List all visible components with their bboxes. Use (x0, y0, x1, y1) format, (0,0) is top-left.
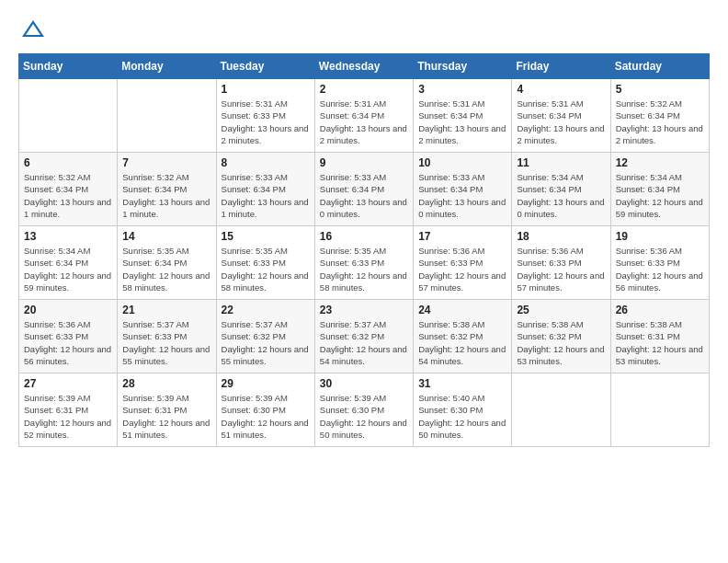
day-number: 25 (517, 304, 605, 316)
day-number: 2 (320, 83, 408, 96)
day-number: 8 (222, 156, 310, 169)
day-number: 6 (24, 156, 112, 169)
calendar-cell: 28Sunrise: 5:39 AM Sunset: 6:31 PM Dayli… (118, 373, 216, 447)
day-number: 3 (418, 83, 506, 96)
day-info: Sunrise: 5:31 AM Sunset: 6:33 PM Dayligh… (222, 98, 310, 146)
day-number: 12 (616, 156, 704, 169)
calendar-cell (512, 373, 610, 447)
calendar-cell (610, 373, 709, 447)
day-number: 23 (320, 304, 408, 316)
day-number: 10 (418, 156, 506, 169)
calendar-cell: 29Sunrise: 5:39 AM Sunset: 6:30 PM Dayli… (216, 373, 314, 447)
calendar-cell: 15Sunrise: 5:35 AM Sunset: 6:33 PM Dayli… (216, 226, 314, 300)
day-info: Sunrise: 5:32 AM Sunset: 6:34 PM Dayligh… (24, 171, 112, 220)
calendar-cell: 10Sunrise: 5:33 AM Sunset: 6:34 PM Dayli… (414, 153, 512, 226)
calendar-cell: 19Sunrise: 5:36 AM Sunset: 6:33 PM Dayli… (610, 226, 709, 300)
calendar-cell: 17Sunrise: 5:36 AM Sunset: 6:33 PM Dayli… (414, 226, 512, 300)
day-info: Sunrise: 5:37 AM Sunset: 6:32 PM Dayligh… (222, 318, 310, 367)
day-info: Sunrise: 5:31 AM Sunset: 6:34 PM Dayligh… (418, 98, 506, 146)
day-info: Sunrise: 5:36 AM Sunset: 6:33 PM Dayligh… (517, 245, 605, 293)
day-number: 7 (122, 156, 210, 169)
calendar-cell: 27Sunrise: 5:39 AM Sunset: 6:31 PM Dayli… (19, 373, 118, 447)
day-header-thursday: Thursday (414, 54, 512, 79)
day-info: Sunrise: 5:38 AM Sunset: 6:31 PM Dayligh… (616, 318, 704, 367)
calendar-cell: 21Sunrise: 5:37 AM Sunset: 6:33 PM Dayli… (118, 300, 216, 373)
day-info: Sunrise: 5:32 AM Sunset: 6:34 PM Dayligh… (122, 171, 210, 220)
calendar-table: SundayMondayTuesdayWednesdayThursdayFrid… (18, 53, 710, 447)
day-number: 1 (222, 83, 310, 96)
day-info: Sunrise: 5:39 AM Sunset: 6:31 PM Dayligh… (24, 392, 112, 441)
calendar-cell: 22Sunrise: 5:37 AM Sunset: 6:32 PM Dayli… (216, 300, 314, 373)
day-number: 16 (320, 230, 408, 243)
day-info: Sunrise: 5:35 AM Sunset: 6:33 PM Dayligh… (222, 245, 310, 293)
calendar-cell: 5Sunrise: 5:32 AM Sunset: 6:34 PM Daylig… (610, 79, 709, 153)
logo-icon (20, 18, 46, 39)
calendar-week-row: 27Sunrise: 5:39 AM Sunset: 6:31 PM Dayli… (19, 373, 710, 447)
day-number: 22 (222, 304, 310, 316)
day-info: Sunrise: 5:38 AM Sunset: 6:32 PM Dayligh… (517, 318, 605, 367)
day-number: 29 (222, 377, 310, 390)
calendar-week-row: 1Sunrise: 5:31 AM Sunset: 6:33 PM Daylig… (19, 79, 710, 153)
calendar-cell: 16Sunrise: 5:35 AM Sunset: 6:33 PM Dayli… (314, 226, 413, 300)
calendar-cell: 4Sunrise: 5:31 AM Sunset: 6:34 PM Daylig… (512, 79, 610, 153)
day-header-sunday: Sunday (19, 54, 118, 79)
calendar-cell: 23Sunrise: 5:37 AM Sunset: 6:32 PM Dayli… (314, 300, 413, 373)
calendar-cell: 20Sunrise: 5:36 AM Sunset: 6:33 PM Dayli… (19, 300, 118, 373)
day-info: Sunrise: 5:35 AM Sunset: 6:34 PM Dayligh… (122, 245, 210, 293)
day-info: Sunrise: 5:34 AM Sunset: 6:34 PM Dayligh… (24, 245, 112, 293)
day-number: 20 (24, 304, 112, 316)
day-header-wednesday: Wednesday (314, 54, 413, 79)
calendar-cell: 8Sunrise: 5:33 AM Sunset: 6:34 PM Daylig… (216, 153, 314, 226)
day-info: Sunrise: 5:34 AM Sunset: 6:34 PM Dayligh… (517, 171, 605, 220)
calendar-cell: 30Sunrise: 5:39 AM Sunset: 6:30 PM Dayli… (314, 373, 413, 447)
calendar-week-row: 6Sunrise: 5:32 AM Sunset: 6:34 PM Daylig… (19, 153, 710, 226)
day-info: Sunrise: 5:40 AM Sunset: 6:30 PM Dayligh… (418, 392, 506, 441)
day-info: Sunrise: 5:36 AM Sunset: 6:33 PM Dayligh… (24, 318, 112, 367)
day-number: 15 (222, 230, 310, 243)
calendar-cell: 1Sunrise: 5:31 AM Sunset: 6:33 PM Daylig… (216, 79, 314, 153)
day-info: Sunrise: 5:37 AM Sunset: 6:32 PM Dayligh… (320, 318, 408, 367)
calendar-cell: 12Sunrise: 5:34 AM Sunset: 6:34 PM Dayli… (610, 153, 709, 226)
day-header-tuesday: Tuesday (216, 54, 314, 79)
calendar-cell: 18Sunrise: 5:36 AM Sunset: 6:33 PM Dayli… (512, 226, 610, 300)
calendar-cell: 3Sunrise: 5:31 AM Sunset: 6:34 PM Daylig… (414, 79, 512, 153)
day-info: Sunrise: 5:39 AM Sunset: 6:31 PM Dayligh… (122, 392, 210, 441)
day-number: 5 (616, 83, 704, 96)
day-info: Sunrise: 5:39 AM Sunset: 6:30 PM Dayligh… (222, 392, 310, 441)
calendar-week-row: 20Sunrise: 5:36 AM Sunset: 6:33 PM Dayli… (19, 300, 710, 373)
calendar-week-row: 13Sunrise: 5:34 AM Sunset: 6:34 PM Dayli… (19, 226, 710, 300)
day-number: 11 (517, 156, 605, 169)
day-info: Sunrise: 5:39 AM Sunset: 6:30 PM Dayligh… (320, 392, 408, 441)
calendar-cell: 2Sunrise: 5:31 AM Sunset: 6:34 PM Daylig… (314, 79, 413, 153)
day-number: 21 (122, 304, 210, 316)
calendar-cell: 9Sunrise: 5:33 AM Sunset: 6:34 PM Daylig… (314, 153, 413, 226)
calendar-cell: 14Sunrise: 5:35 AM Sunset: 6:34 PM Dayli… (118, 226, 216, 300)
day-info: Sunrise: 5:34 AM Sunset: 6:34 PM Dayligh… (616, 171, 704, 220)
calendar-cell: 25Sunrise: 5:38 AM Sunset: 6:32 PM Dayli… (512, 300, 610, 373)
day-info: Sunrise: 5:33 AM Sunset: 6:34 PM Dayligh… (320, 171, 408, 220)
day-number: 13 (24, 230, 112, 243)
calendar-header-row: SundayMondayTuesdayWednesdayThursdayFrid… (19, 54, 710, 79)
calendar-cell: 6Sunrise: 5:32 AM Sunset: 6:34 PM Daylig… (19, 153, 118, 226)
day-info: Sunrise: 5:31 AM Sunset: 6:34 PM Dayligh… (320, 98, 408, 146)
day-number: 19 (616, 230, 704, 243)
day-number: 31 (418, 377, 506, 390)
calendar-cell: 11Sunrise: 5:34 AM Sunset: 6:34 PM Dayli… (512, 153, 610, 226)
calendar-cell: 7Sunrise: 5:32 AM Sunset: 6:34 PM Daylig… (118, 153, 216, 226)
day-number: 17 (418, 230, 506, 243)
day-info: Sunrise: 5:38 AM Sunset: 6:32 PM Dayligh… (418, 318, 506, 367)
day-number: 4 (517, 83, 605, 96)
day-number: 18 (517, 230, 605, 243)
day-info: Sunrise: 5:36 AM Sunset: 6:33 PM Dayligh… (616, 245, 704, 293)
day-info: Sunrise: 5:33 AM Sunset: 6:34 PM Dayligh… (418, 171, 506, 220)
day-info: Sunrise: 5:32 AM Sunset: 6:34 PM Dayligh… (616, 98, 704, 146)
day-header-friday: Friday (512, 54, 610, 79)
day-number: 24 (418, 304, 506, 316)
day-info: Sunrise: 5:36 AM Sunset: 6:33 PM Dayligh… (418, 245, 506, 293)
day-info: Sunrise: 5:37 AM Sunset: 6:33 PM Dayligh… (122, 318, 210, 367)
calendar-cell: 13Sunrise: 5:34 AM Sunset: 6:34 PM Dayli… (19, 226, 118, 300)
day-number: 27 (24, 377, 112, 390)
calendar-cell: 24Sunrise: 5:38 AM Sunset: 6:32 PM Dayli… (414, 300, 512, 373)
logo (18, 18, 46, 39)
day-info: Sunrise: 5:31 AM Sunset: 6:34 PM Dayligh… (517, 98, 605, 146)
